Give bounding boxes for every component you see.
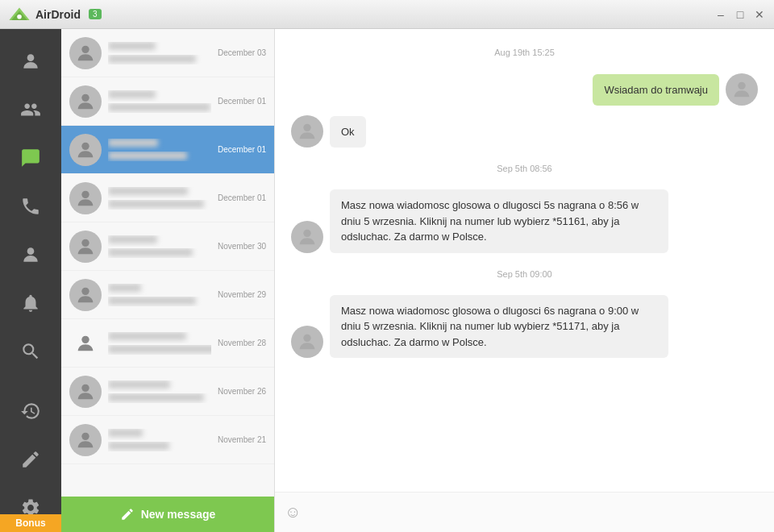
avatar (69, 231, 102, 263)
contact-preview: XXX XXXXXXX, XXXXXX (108, 103, 211, 113)
svg-point-2 (17, 15, 22, 19)
sidebar-item-calls[interactable] (0, 182, 61, 231)
sidebar-item-history[interactable] (0, 387, 61, 435)
contact-item[interactable]: Xxxxxx XX XX XXXXX, XXXXXX November 30 (61, 222, 274, 271)
contact-info: XXX XX Xxxxxxxxx XXX (108, 429, 211, 451)
new-message-label: New message (141, 508, 216, 521)
chat-messages[interactable]: Aug 19th 15:25 Wsiadam do tramwaju Ok Se… (275, 29, 774, 492)
version-badge: 3 (89, 9, 102, 19)
main-layout: Bonus XXXXX XX XXXXXXX XXXXXX X December… (0, 29, 774, 532)
compose-icon (120, 507, 135, 522)
sidebar-item-users[interactable] (0, 231, 61, 279)
contact-info: XXX XXXX XXX XXXXXXX, XXXXXX (108, 90, 211, 113)
close-button[interactable]: ✕ (753, 8, 766, 21)
avatar (69, 279, 102, 311)
bonus-badge[interactable]: Bonus (0, 514, 61, 532)
svg-point-16 (303, 229, 310, 236)
sent-avatar (726, 73, 758, 106)
svg-point-5 (81, 45, 89, 52)
avatar (69, 182, 102, 214)
maximize-button[interactable]: □ (734, 8, 747, 21)
contact-item[interactable]: XXXXXXXXX XXX XXXXX XX XXXXXX XX Decembe… (61, 174, 274, 222)
contact-info: Xxxxxx Xxx. XXX XXXXXXXXXX XXXXXXXXX (108, 332, 211, 355)
svg-point-15 (303, 124, 310, 131)
contact-name: Xxxxxx Xxx. XXX (108, 332, 211, 343)
svg-point-10 (81, 287, 89, 294)
contact-name: Xxxxxx XXXX (108, 380, 211, 392)
app-title: AirDroid (35, 8, 81, 21)
contact-date: November 21 (218, 435, 266, 444)
chat-bubble-row-received: Ok (291, 115, 758, 148)
chat-bubble-sent: Wsiadam do tramwaju (593, 74, 719, 106)
svg-point-11 (81, 335, 89, 343)
contact-item[interactable]: Xxxxx XXX XXXXX XXXXXXXX December 01 (61, 126, 274, 174)
contact-preview: XXXXXXXXXX XXXXXXXXX (108, 345, 211, 355)
contact-preview: XXXXXXX XXXXXX X (108, 55, 211, 64)
avatar (69, 376, 102, 408)
sidebar-bottom (0, 387, 61, 532)
chat-area: Aug 19th 15:25 Wsiadam do tramwaju Ok Se… (275, 29, 774, 532)
contact-date: December 03 (218, 48, 266, 57)
sidebar-item-contacts[interactable] (0, 85, 61, 134)
minimize-button[interactable]: – (714, 8, 727, 21)
contact-date: November 26 (218, 387, 266, 396)
app-logo: AirDroid 3 (8, 6, 102, 23)
contact-list-scroll[interactable]: XXXXX XX XXXXXXX XXXXXX X December 03 XX… (61, 29, 274, 497)
chat-bubble-row-sent: Wsiadam do tramwaju (291, 73, 758, 106)
received-avatar (291, 221, 323, 253)
contact-name: Xxxxxx XX (108, 235, 211, 247)
contact-item[interactable]: XXX XX Xxxxxxxxx XXX November 21 (61, 416, 274, 464)
contact-preview: XX XXXXXX XXXXX XX (108, 393, 211, 403)
contact-date: November 28 (218, 339, 266, 347)
chat-bubble-received: Masz nowa wiadomosc glosowa o dlugosci 5… (330, 189, 668, 253)
svg-point-3 (27, 54, 35, 61)
svg-point-14 (738, 82, 745, 89)
contact-item[interactable]: Xxx XX XXXX XXXXX XXXXX November 29 (61, 271, 274, 319)
contact-date: November 29 (218, 290, 266, 299)
svg-point-6 (81, 94, 89, 101)
window-controls: – □ ✕ (714, 8, 766, 21)
contact-name: XXX XX (108, 429, 211, 440)
contact-name: XXX XXXX (108, 90, 211, 102)
contact-list: XXXXX XX XXXXXXX XXXXXX X December 03 XX… (61, 29, 275, 532)
contact-preview: Xxxxxxxxx XXX (108, 442, 211, 451)
contact-name: XXXXXXXXX XXX (108, 187, 211, 198)
contact-name: Xxxxx XXX (108, 139, 211, 150)
contact-preview: XXXXX XXXXXXXX (108, 152, 211, 161)
chat-bubble-received: Masz nowa wiadomosc glosowa o dlugosci 6… (330, 295, 668, 359)
chat-bubble-row-received: Masz nowa wiadomosc glosowa o dlugosci 5… (291, 189, 758, 253)
chat-date-divider: Sep 5th 09:00 (291, 269, 758, 279)
sidebar-item-messages[interactable] (0, 134, 61, 182)
sidebar-item-notifications[interactable] (0, 279, 61, 327)
chat-date-divider: Sep 5th 08:56 (291, 164, 758, 173)
contact-date: December 01 (218, 145, 266, 154)
sidebar-item-profile[interactable] (0, 37, 61, 85)
sidebar-item-find[interactable] (0, 327, 61, 376)
chat-bubble-received: Ok (330, 116, 366, 148)
titlebar: AirDroid 3 – □ ✕ (0, 0, 774, 29)
avatar (69, 134, 102, 166)
chat-input-area: ☺ (275, 492, 774, 532)
contact-info: Xxxxxx XXXX XX XXXXXX XXXXX XX (108, 380, 211, 403)
sidebar-item-notes[interactable] (0, 435, 61, 484)
contact-preview: XXXXX XX XXXXXX XX (108, 200, 211, 210)
received-avatar (291, 115, 323, 148)
svg-point-13 (81, 432, 89, 439)
avatar (69, 37, 102, 69)
contact-item[interactable]: Xxxxxx XXXX XX XXXXXX XXXXX XX November … (61, 368, 274, 416)
contact-info: Xxxxx XXX XXXXX XXXXXXXX (108, 139, 211, 161)
chat-date-divider: Aug 19th 15:25 (291, 48, 758, 57)
avatar (69, 85, 102, 118)
svg-point-17 (303, 335, 310, 342)
contact-item[interactable]: XXX XXXX XXX XXXXXXX, XXXXXX December 01 (61, 77, 274, 126)
svg-point-9 (81, 239, 89, 246)
avatar (69, 424, 102, 456)
contact-item[interactable]: XXXXX XX XXXXXXX XXXXXX X December 03 (61, 29, 274, 77)
emoji-button[interactable]: ☺ (285, 503, 301, 522)
svg-point-4 (27, 247, 35, 255)
contact-item[interactable]: Xxxxxx Xxx. XXX XXXXXXXXXX XXXXXXXXX Nov… (61, 319, 274, 368)
sidebar: Bonus (0, 29, 61, 532)
airdroid-logo-icon (8, 6, 31, 23)
contact-date: December 01 (218, 97, 266, 106)
new-message-button[interactable]: New message (61, 497, 274, 532)
